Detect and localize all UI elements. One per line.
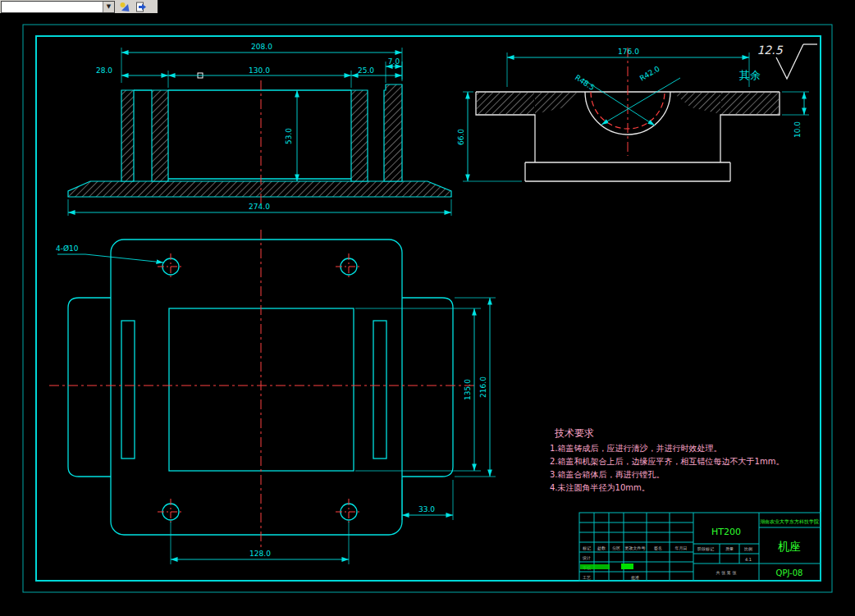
surface-roughness-note: 12.5 其余 [739, 43, 817, 81]
tech-req-item: 3.箱盖合箱体后，再进行镗孔。 [550, 470, 665, 479]
drawing-number: QPJ-08 [776, 568, 803, 577]
side-section-view: 176.0 R48.5 R42.0 66.0 10.0 [457, 48, 809, 181]
label-zone: 分区 [612, 545, 620, 550]
export-image-icon-glyph [135, 2, 147, 12]
dim-side-height: 66.0 [457, 129, 465, 145]
company-name: 湖南农业大学东方科技学院 [760, 518, 819, 525]
plan-centerlines [49, 230, 474, 548]
label-mass: 质量 [725, 546, 734, 551]
plan-view: 4-Ø10 135.0 216.0 33.0 128.0 [49, 230, 496, 564]
label-count: 处数 [597, 545, 606, 551]
label-scale: 比例 [744, 546, 752, 552]
render-3d-icon-glyph [119, 2, 130, 12]
material: HT200 [711, 527, 741, 537]
label-approve: 批准 [631, 575, 639, 581]
dim-flange-thickness: 10.0 [793, 121, 802, 138]
toolbar: ▼ [0, 0, 855, 13]
scale-value: 4.1 [745, 557, 752, 562]
tech-req-item: 4.未注圆角半径为10mm。 [550, 483, 650, 492]
dim-side-width: 176.0 [618, 48, 639, 56]
dim-depth: 53.0 [285, 128, 293, 144]
roughness-value: 12.5 [757, 43, 783, 57]
dim-step: 7.0 [388, 57, 400, 66]
technical-requirements: 技术要求 1.箱盖铸成后，应进行清沙，并进行时效处理。 2.箱盖和机架合上后，边… [550, 427, 784, 492]
dim-outer-height: 216.0 [479, 376, 487, 398]
layer-dropdown-value [2, 2, 103, 12]
label-sign: 签名 [654, 545, 662, 551]
label-sheet: 共 张 第 张 [716, 570, 737, 576]
export-image-icon[interactable] [134, 1, 148, 12]
label-stage: 阶段标记 [697, 546, 714, 552]
dim-right-wall: 25.0 [358, 66, 374, 75]
dim-boss-width: 33.0 [418, 505, 435, 513]
chevron-down-icon[interactable]: ▼ [103, 2, 114, 12]
label-date: 年月日 [675, 545, 688, 551]
holes-callout: 4-Ø10 [56, 244, 79, 253]
tech-req-item: 2.箱盖和机架合上后，边缘应平齐，相互错位每边不大于1mm。 [550, 457, 784, 466]
label-doc: 更改文件号 [625, 545, 646, 550]
signature-stamp [580, 564, 610, 569]
label-mark: 标记 [582, 545, 591, 551]
layer-dropdown[interactable]: ▼ [1, 1, 115, 13]
label-design: 设计 [582, 555, 591, 560]
dim-inner-height: 135.0 [464, 379, 472, 400]
tech-req-title: 技术要求 [554, 427, 594, 439]
label-craft: 工艺 [583, 575, 591, 580]
title-block: 湖南农业大学东方科技学院 机座 QPJ-08 HT200 阶段标记 质量 比例 … [579, 513, 821, 581]
dim-radius-inner: R42.0 [638, 64, 661, 82]
part-name: 机座 [778, 540, 801, 553]
highlighted-cell[interactable] [621, 564, 633, 569]
front-section-view: 208.0 28.0 130.0 25.0 7.0 53.0 274.0 [68, 43, 451, 216]
dim-radius-outer: R48.5 [574, 73, 597, 92]
roughness-other-label: 其余 [739, 69, 761, 81]
dim-top-width: 208.0 [251, 43, 272, 51]
dim-hole-spacing: 128.0 [249, 550, 271, 558]
toolbar-strip: ▼ [0, 0, 158, 13]
tech-req-item: 1.箱盖铸成后，应进行清沙，并进行时效处理。 [550, 444, 722, 453]
drawing-canvas[interactable]: 208.0 28.0 130.0 25.0 7.0 53.0 274.0 [0, 0, 855, 616]
dim-base-width: 274.0 [249, 203, 270, 211]
dim-cavity: 130.0 [249, 66, 270, 75]
dim-left-wall: 28.0 [96, 66, 112, 75]
render-3d-icon[interactable] [117, 1, 131, 12]
